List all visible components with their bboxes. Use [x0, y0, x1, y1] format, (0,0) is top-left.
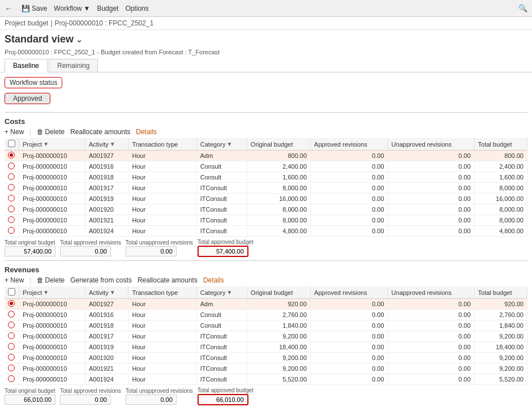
costs-new-button[interactable]: + New [5, 128, 24, 136]
table-row[interactable]: Proj-000000010A001917HourITConsult8,000.… [5, 183, 527, 194]
options-label: Options [125, 5, 148, 12]
revenues-total-unapproved-input[interactable] [126, 395, 177, 405]
table-row[interactable]: Proj-000000010A001920HourITConsult9,200.… [5, 353, 527, 363]
costs-col-orig-budget: Original budget [247, 138, 310, 151]
revenues-total-approved-budget-input[interactable] [198, 394, 248, 405]
rev-category-filter-icon[interactable]: ▼ [226, 289, 232, 295]
costs-reallocate-button[interactable]: Reallocate amounts [70, 128, 130, 136]
row-radio[interactable] [8, 162, 15, 169]
project-filter-icon[interactable]: ▼ [43, 141, 49, 147]
rev-activity-filter-icon[interactable]: ▼ [110, 289, 115, 295]
table-row[interactable]: Proj-000000010A001918HourConsult1,840.00… [5, 320, 527, 331]
project-cell: Proj-000000010 [19, 342, 85, 353]
costs-toolbar-sep1: | [29, 128, 31, 136]
row-radio[interactable] [8, 227, 15, 234]
row-radio[interactable] [8, 205, 15, 212]
row-radio[interactable] [8, 300, 15, 307]
revenues-col-check[interactable] [5, 286, 19, 299]
costs-total-unapproved-input[interactable] [126, 246, 177, 256]
save-label: Save [32, 5, 47, 12]
back-button[interactable]: ← [5, 4, 12, 13]
table-row[interactable]: Proj-000000010A001927HourAdm800.000.000.… [5, 151, 527, 161]
table-row[interactable]: Proj-000000010A001927HourAdm920.000.000.… [5, 299, 527, 310]
costs-totals-row: Total original budget Total approved rev… [0, 237, 532, 259]
row-radio[interactable] [8, 322, 15, 328]
row-radio[interactable] [8, 173, 15, 180]
total-budget-cell: 5,520.00 [474, 374, 527, 385]
costs-delete-button[interactable]: 🗑 Delete [37, 128, 65, 136]
revenues-details-button[interactable]: Details [203, 276, 224, 284]
costs-total-approved-budget-input[interactable] [198, 246, 248, 257]
table-row[interactable]: Proj-000000010A001921HourITConsult8,000.… [5, 215, 527, 226]
costs-table-container: Project▼ Activity▼ Transaction type Cate… [5, 138, 527, 237]
trans-type-cell: Hour [128, 204, 196, 215]
row-radio[interactable] [8, 375, 15, 382]
revenues-select-all[interactable] [8, 288, 15, 295]
row-checkbox-cell [5, 310, 19, 320]
project-cell: Proj-000000010 [19, 151, 85, 161]
rev-project-filter-icon[interactable]: ▼ [43, 289, 49, 295]
orig-budget-cell: 2,400.00 [247, 161, 310, 172]
row-radio[interactable] [8, 332, 15, 339]
row-radio[interactable] [8, 195, 15, 202]
save-button[interactable]: 💾 Save [22, 5, 47, 12]
table-row[interactable]: Proj-000000010A001917HourITConsult9,200.… [5, 331, 527, 342]
row-radio[interactable] [8, 365, 15, 371]
category-filter-icon[interactable]: ▼ [226, 141, 232, 147]
activity-cell: A001921 [85, 363, 128, 374]
costs-total-original-input[interactable] [5, 246, 55, 256]
row-radio[interactable] [8, 311, 15, 318]
approved-rev-cell: 0.00 [311, 310, 388, 320]
revenues-toolbar-sep1: | [29, 276, 31, 284]
table-row[interactable]: Proj-000000010A001920HourITConsult8,000.… [5, 204, 527, 215]
table-row[interactable]: Proj-000000010A001919HourITConsult16,000… [5, 194, 527, 204]
orig-budget-cell: 18,400.00 [247, 342, 310, 353]
table-row[interactable]: Proj-000000010A001919HourITConsult18,400… [5, 342, 527, 353]
costs-details-button[interactable]: Details [136, 128, 157, 136]
revenues-table-wrapper: Project▼ Activity▼ Transaction type Cate… [0, 286, 532, 385]
costs-col-check[interactable] [5, 138, 19, 151]
table-row[interactable]: Proj-000000010A001916HourConsult2,400.00… [5, 161, 527, 172]
workflow-status-label: Workflow status [10, 79, 57, 87]
costs-col-unapproved-rev: Unapproved revisions [388, 138, 474, 151]
row-checkbox-cell [5, 172, 19, 183]
revenues-reallocate-button[interactable]: Reallocate amounts [138, 276, 198, 284]
revenues-table-container: Project▼ Activity▼ Transaction type Cate… [5, 286, 527, 385]
table-row[interactable]: Proj-000000010A001918HourConsult1,600.00… [5, 172, 527, 183]
table-row[interactable]: Proj-000000010A001924HourITConsult5,520.… [5, 374, 527, 385]
orig-budget-cell: 4,800.00 [247, 226, 310, 237]
row-radio[interactable] [8, 152, 15, 158]
options-button[interactable]: Options [125, 5, 148, 12]
category-cell: ITConsult [196, 342, 247, 353]
revenues-generate-button[interactable]: Generate from costs [70, 276, 132, 284]
workflow-button[interactable]: Workflow ▼ [54, 5, 90, 12]
unapproved-rev-cell: 0.00 [388, 161, 474, 172]
activity-cell: A001916 [85, 161, 128, 172]
revenues-delete-button[interactable]: 🗑 Delete [37, 276, 65, 284]
table-row[interactable]: Proj-000000010A001924HourITConsult4,800.… [5, 226, 527, 237]
row-radio[interactable] [8, 216, 15, 223]
unapproved-rev-cell: 0.00 [388, 226, 474, 237]
row-checkbox-cell [5, 320, 19, 331]
costs-select-all[interactable] [8, 140, 15, 147]
activity-filter-icon[interactable]: ▼ [110, 141, 115, 147]
row-radio[interactable] [8, 343, 15, 350]
tab-baseline[interactable]: Baseline [5, 59, 48, 72]
approved-rev-cell: 0.00 [311, 342, 388, 353]
revenues-total-approved-input[interactable] [60, 395, 111, 405]
revenues-new-button[interactable]: + New [5, 276, 24, 284]
unapproved-rev-cell: 0.00 [388, 194, 474, 204]
costs-total-approved-label: Total approved revisions [60, 239, 121, 246]
budget-button[interactable]: Budget [97, 5, 118, 12]
search-icon[interactable]: 🔍 [518, 4, 527, 12]
revenues-total-approved-budget-label: Total approved budget [198, 387, 254, 393]
table-row[interactable]: Proj-000000010A001921HourITConsult9,200.… [5, 363, 527, 374]
revenues-delete-icon: 🗑 [37, 276, 44, 284]
costs-total-approved-input[interactable] [60, 246, 111, 256]
table-row[interactable]: Proj-000000010A001916HourConsult2,760.00… [5, 310, 527, 320]
row-radio[interactable] [8, 354, 15, 361]
revenues-total-original-input[interactable] [5, 395, 55, 405]
page-title[interactable]: Standard view ⌄ [5, 33, 527, 45]
tab-remaining[interactable]: Remaining [49, 59, 98, 72]
row-radio[interactable] [8, 184, 15, 191]
